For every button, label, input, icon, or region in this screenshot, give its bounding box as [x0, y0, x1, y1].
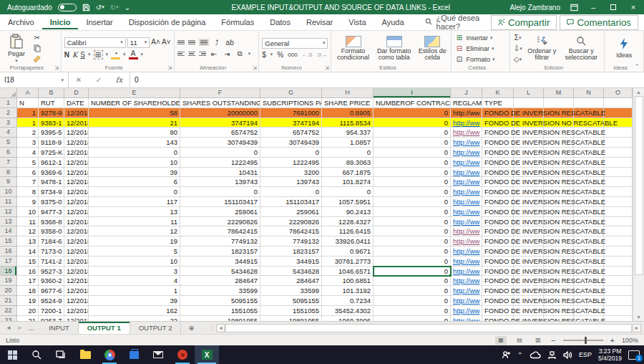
hyperlink[interactable]: http://ww [453, 109, 480, 117]
cell-J11[interactable]: http://ww [451, 197, 482, 207]
cell-I1[interactable]: NUMBEROF CONTRACTS [374, 98, 451, 108]
cell-A14[interactable]: 12 [17, 226, 39, 236]
people-icon[interactable] [502, 350, 511, 359]
cell-F6[interactable]: 0 [180, 148, 260, 158]
cell-J20[interactable]: http://ww [451, 286, 482, 296]
cell-I16[interactable]: 0 [374, 246, 451, 257]
paste-button[interactable]: Pegar▾ [3, 34, 30, 64]
cell-H10[interactable]: 0 [322, 187, 374, 197]
language-indicator[interactable]: ESP [579, 351, 592, 358]
ideas-button[interactable]: Ideas [610, 38, 638, 59]
row-header-15[interactable]: 15 [0, 236, 17, 246]
cell-J13[interactable]: http://ww [451, 217, 482, 227]
autosave-toggle[interactable] [58, 4, 77, 11]
cell-A20[interactable]: 18 [17, 286, 39, 296]
cell-D22[interactable]: 12/2018 [64, 306, 89, 316]
cell-E15[interactable]: 19 [89, 236, 180, 246]
cell-F8[interactable]: 10431 [180, 168, 260, 178]
sheet-tab-output-2[interactable]: OUTPUT 2 [130, 322, 182, 334]
cell-B3[interactable]: 9383-1 [39, 118, 64, 128]
cell-J14[interactable]: http://ww [451, 226, 482, 236]
cell-O22[interactable] [604, 306, 633, 316]
cell-B22[interactable]: 7200-1 [39, 306, 64, 316]
hyperlink[interactable]: http://ww [453, 307, 480, 315]
cell-K2[interactable]: FONDO DE INVERSION RESCATABLE [482, 108, 514, 118]
cell-F2[interactable]: 20000000 [180, 108, 260, 118]
cell-G14[interactable]: 78642415 [260, 226, 322, 236]
restore-button[interactable] [608, 0, 618, 14]
cell-K21[interactable]: FONDO DE INVERSION RESCATABLE [482, 296, 514, 306]
cell-E18[interactable]: 3 [89, 267, 180, 277]
row-header-2[interactable]: 2 [0, 108, 17, 118]
cell-I11[interactable]: 0 [374, 197, 451, 207]
cell-A8[interactable]: 6 [17, 168, 39, 178]
cell-A5[interactable]: 3 [17, 138, 39, 148]
row-header-21[interactable]: 21 [0, 296, 17, 306]
cell-J4[interactable]: http://ww [451, 128, 482, 138]
cell-F13[interactable]: 22290826 [180, 217, 260, 227]
cell-B4[interactable]: 9395-5 [39, 128, 64, 138]
cell-E14[interactable]: 12 [89, 226, 180, 236]
copy-icon[interactable] [32, 44, 42, 53]
cell-A23[interactable]: 21 [17, 316, 39, 321]
cell-H6[interactable]: 0 [322, 148, 374, 158]
cell-E5[interactable]: 143 [89, 138, 180, 148]
cell-K18[interactable]: FONDO DE INVERSION RESCATABLE [482, 267, 514, 277]
cell-F15[interactable]: 7749132 [180, 236, 260, 246]
column-header-O[interactable]: O [604, 88, 633, 98]
cell-H11[interactable]: 1057.5951 [322, 197, 374, 207]
cell-K9[interactable]: FONDO DE INVERSION RESCATABLE [482, 177, 514, 187]
cell-H12[interactable]: 90.2413 [322, 207, 374, 217]
cell-D20[interactable]: 12/2018 [64, 286, 89, 296]
cell-A10[interactable]: 8 [17, 187, 39, 197]
cell-I9[interactable]: 0 [374, 177, 451, 187]
cell-A6[interactable]: 4 [17, 148, 39, 158]
cell-B7[interactable]: 9612-1 [39, 158, 64, 168]
cell-E20[interactable]: 1 [89, 286, 180, 296]
cell-B21[interactable]: 9524-9 [39, 296, 64, 306]
row-header-3[interactable]: 3 [0, 118, 17, 128]
ribbon-display-options-icon[interactable] [570, 4, 578, 11]
row-header-19[interactable]: 19 [0, 276, 17, 286]
row-header-6[interactable]: 6 [0, 148, 17, 158]
cell-O23[interactable] [604, 316, 633, 321]
font-size-combo[interactable]: 11▾ [127, 37, 150, 48]
cell-I10[interactable]: 0 [374, 187, 451, 197]
row-header-9[interactable]: 9 [0, 177, 17, 187]
select-all-corner[interactable] [0, 88, 17, 98]
cell-F11[interactable]: 151103417 [180, 197, 260, 207]
task-view-button[interactable] [49, 345, 73, 364]
cell-G13[interactable]: 22290826 [260, 217, 322, 227]
cell-A2[interactable]: 1 [17, 108, 39, 118]
cell-F22[interactable]: 1551055 [180, 306, 260, 316]
cell-D10[interactable]: 12/2018 [64, 187, 89, 197]
new-sheet-button[interactable]: ⊕ [181, 322, 201, 334]
cell-A13[interactable]: 11 [17, 217, 39, 227]
name-box[interactable]: I18▾ [0, 72, 69, 87]
page-break-view-icon[interactable]: ▥ [532, 336, 544, 345]
menu-tab-insertar[interactable]: Insertar [78, 15, 120, 29]
zoom-level[interactable]: 100% [622, 337, 638, 344]
cell-J5[interactable]: http://ww [451, 138, 482, 148]
cell-H22[interactable]: 35452.4302 [322, 306, 374, 316]
hyperlink[interactable]: http://ww [453, 287, 480, 294]
hyperlink[interactable]: http://ww [453, 218, 480, 226]
cell-A21[interactable]: 19 [17, 296, 39, 306]
decrease-decimal-icon[interactable]: .0→ [316, 52, 327, 58]
row-header-23[interactable]: 23 [0, 316, 17, 321]
cell-H17[interactable]: 30781.2773 [322, 257, 374, 267]
row-header-22[interactable]: 22 [0, 306, 17, 316]
column-header-I[interactable]: I [374, 88, 451, 98]
column-header-J[interactable]: J [451, 88, 482, 98]
tell-me-search[interactable]: ¿Qué desea hacer? [425, 14, 491, 31]
cell-H16[interactable]: 0.9671 [322, 246, 374, 257]
cell-E23[interactable]: 22 [89, 316, 180, 321]
hyperlink[interactable]: http://ww [453, 138, 480, 146]
cell-J22[interactable]: http://ww [451, 306, 482, 316]
cell-I2[interactable]: 0 [374, 108, 451, 118]
cell-F12[interactable]: 259061 [180, 207, 260, 217]
cell-D16[interactable]: 12/2018 [64, 246, 89, 257]
cell-J15[interactable]: http://ww [451, 236, 482, 246]
cell-B13[interactable]: 9368-8 [39, 217, 64, 227]
network-icon[interactable] [547, 351, 557, 359]
